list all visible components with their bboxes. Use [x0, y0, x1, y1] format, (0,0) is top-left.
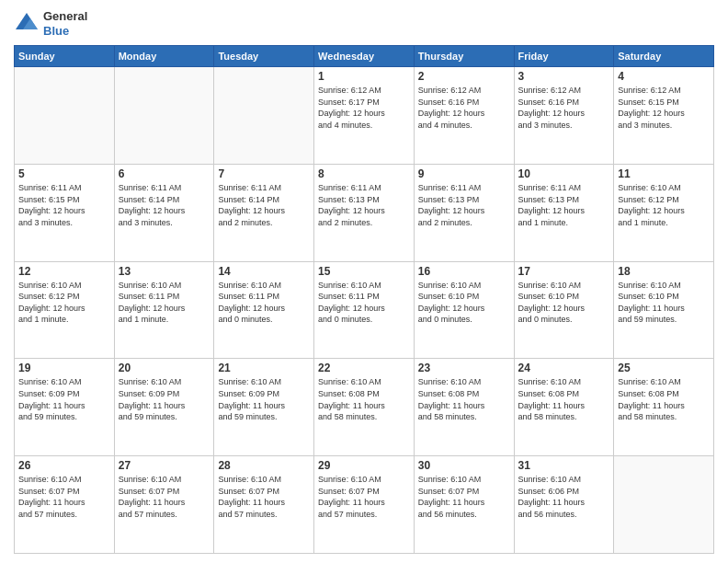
calendar-cell: 5Sunrise: 6:11 AM Sunset: 6:15 PM Daylig… [15, 164, 115, 261]
calendar-cell: 29Sunrise: 6:10 AM Sunset: 6:07 PM Dayli… [314, 456, 415, 554]
day-info: Sunrise: 6:10 AM Sunset: 6:06 PM Dayligh… [518, 474, 610, 520]
weekday-header-monday: Monday [114, 46, 214, 67]
calendar-cell: 16Sunrise: 6:10 AM Sunset: 6:10 PM Dayli… [414, 261, 514, 359]
calendar-cell: 2Sunrise: 6:12 AM Sunset: 6:16 PM Daylig… [414, 67, 514, 165]
day-number: 19 [18, 362, 110, 374]
day-number: 26 [18, 459, 110, 472]
day-info: Sunrise: 6:10 AM Sunset: 6:11 PM Dayligh… [318, 280, 410, 326]
day-number: 23 [418, 362, 510, 374]
day-info: Sunrise: 6:10 AM Sunset: 6:08 PM Dayligh… [318, 376, 410, 422]
weekday-header-sunday: Sunday [15, 46, 115, 67]
weekday-header-wednesday: Wednesday [314, 46, 415, 67]
day-info: Sunrise: 6:12 AM Sunset: 6:16 PM Dayligh… [518, 85, 610, 131]
day-info: Sunrise: 6:10 AM Sunset: 6:08 PM Dayligh… [518, 376, 610, 422]
day-number: 12 [18, 265, 110, 278]
day-number: 11 [618, 167, 710, 180]
day-info: Sunrise: 6:10 AM Sunset: 6:10 PM Dayligh… [518, 280, 610, 326]
day-number: 14 [218, 265, 310, 278]
day-info: Sunrise: 6:12 AM Sunset: 6:15 PM Dayligh… [618, 85, 710, 131]
calendar-cell: 24Sunrise: 6:10 AM Sunset: 6:08 PM Dayli… [514, 359, 614, 456]
day-info: Sunrise: 6:10 AM Sunset: 6:07 PM Dayligh… [119, 474, 210, 520]
day-number: 28 [218, 459, 310, 472]
day-number: 9 [418, 167, 510, 180]
day-info: Sunrise: 6:10 AM Sunset: 6:07 PM Dayligh… [18, 474, 110, 520]
calendar-cell: 1Sunrise: 6:12 AM Sunset: 6:17 PM Daylig… [314, 67, 415, 165]
calendar-cell: 7Sunrise: 6:11 AM Sunset: 6:14 PM Daylig… [214, 164, 314, 261]
day-info: Sunrise: 6:10 AM Sunset: 6:11 PM Dayligh… [119, 280, 210, 326]
logo-text: General Blue [43, 9, 87, 38]
day-info: Sunrise: 6:10 AM Sunset: 6:07 PM Dayligh… [418, 474, 510, 520]
header: General Blue [14, 9, 714, 38]
logo: General Blue [14, 9, 87, 38]
day-number: 6 [119, 167, 210, 180]
calendar-cell [214, 67, 314, 165]
day-number: 5 [18, 167, 110, 180]
calendar-cell: 14Sunrise: 6:10 AM Sunset: 6:11 PM Dayli… [214, 261, 314, 359]
calendar-week-1: 1Sunrise: 6:12 AM Sunset: 6:17 PM Daylig… [15, 67, 714, 165]
day-number: 8 [318, 167, 410, 180]
calendar-cell: 28Sunrise: 6:10 AM Sunset: 6:07 PM Dayli… [214, 456, 314, 554]
weekday-header-row: SundayMondayTuesdayWednesdayThursdayFrid… [15, 46, 714, 67]
day-number: 10 [518, 167, 610, 180]
day-number: 17 [518, 265, 610, 278]
day-info: Sunrise: 6:11 AM Sunset: 6:13 PM Dayligh… [418, 182, 510, 228]
day-number: 3 [518, 70, 610, 83]
day-info: Sunrise: 6:10 AM Sunset: 6:08 PM Dayligh… [418, 376, 510, 422]
calendar-table: SundayMondayTuesdayWednesdayThursdayFrid… [14, 45, 714, 554]
calendar-cell: 18Sunrise: 6:10 AM Sunset: 6:10 PM Dayli… [614, 261, 714, 359]
day-number: 24 [518, 362, 610, 374]
calendar-cell: 26Sunrise: 6:10 AM Sunset: 6:07 PM Dayli… [15, 456, 115, 554]
calendar-cell [114, 67, 214, 165]
calendar-cell: 30Sunrise: 6:10 AM Sunset: 6:07 PM Dayli… [414, 456, 514, 554]
calendar-cell: 27Sunrise: 6:10 AM Sunset: 6:07 PM Dayli… [114, 456, 214, 554]
calendar-cell: 25Sunrise: 6:10 AM Sunset: 6:08 PM Dayli… [614, 359, 714, 456]
day-info: Sunrise: 6:12 AM Sunset: 6:17 PM Dayligh… [318, 85, 410, 131]
calendar-cell: 3Sunrise: 6:12 AM Sunset: 6:16 PM Daylig… [514, 67, 614, 165]
day-info: Sunrise: 6:10 AM Sunset: 6:12 PM Dayligh… [618, 182, 710, 228]
weekday-header-friday: Friday [514, 46, 614, 67]
day-number: 16 [418, 265, 510, 278]
day-info: Sunrise: 6:10 AM Sunset: 6:09 PM Dayligh… [218, 376, 310, 422]
day-number: 29 [318, 459, 410, 472]
weekday-header-tuesday: Tuesday [214, 46, 314, 67]
day-info: Sunrise: 6:11 AM Sunset: 6:14 PM Dayligh… [218, 182, 310, 228]
day-number: 31 [518, 459, 610, 472]
day-number: 7 [218, 167, 310, 180]
day-info: Sunrise: 6:10 AM Sunset: 6:10 PM Dayligh… [418, 280, 510, 326]
day-info: Sunrise: 6:10 AM Sunset: 6:08 PM Dayligh… [618, 376, 710, 422]
calendar-cell: 22Sunrise: 6:10 AM Sunset: 6:08 PM Dayli… [314, 359, 415, 456]
calendar-cell: 31Sunrise: 6:10 AM Sunset: 6:06 PM Dayli… [514, 456, 614, 554]
day-number: 22 [318, 362, 410, 374]
calendar-cell: 19Sunrise: 6:10 AM Sunset: 6:09 PM Dayli… [15, 359, 115, 456]
day-number: 27 [119, 459, 210, 472]
calendar-cell: 23Sunrise: 6:10 AM Sunset: 6:08 PM Dayli… [414, 359, 514, 456]
day-number: 18 [618, 265, 710, 278]
logo-icon [14, 11, 40, 37]
day-number: 2 [418, 70, 510, 83]
weekday-header-saturday: Saturday [614, 46, 714, 67]
day-info: Sunrise: 6:11 AM Sunset: 6:14 PM Dayligh… [119, 182, 210, 228]
calendar-cell: 10Sunrise: 6:11 AM Sunset: 6:13 PM Dayli… [514, 164, 614, 261]
calendar-cell [614, 456, 714, 554]
calendar-cell: 13Sunrise: 6:10 AM Sunset: 6:11 PM Dayli… [114, 261, 214, 359]
day-number: 15 [318, 265, 410, 278]
day-number: 30 [418, 459, 510, 472]
calendar-week-5: 26Sunrise: 6:10 AM Sunset: 6:07 PM Dayli… [15, 456, 714, 554]
day-number: 13 [119, 265, 210, 278]
day-number: 1 [318, 70, 410, 83]
day-info: Sunrise: 6:10 AM Sunset: 6:07 PM Dayligh… [218, 474, 310, 520]
calendar-cell: 20Sunrise: 6:10 AM Sunset: 6:09 PM Dayli… [114, 359, 214, 456]
calendar-cell: 11Sunrise: 6:10 AM Sunset: 6:12 PM Dayli… [614, 164, 714, 261]
calendar-cell: 6Sunrise: 6:11 AM Sunset: 6:14 PM Daylig… [114, 164, 214, 261]
day-info: Sunrise: 6:10 AM Sunset: 6:11 PM Dayligh… [218, 280, 310, 326]
calendar-cell: 4Sunrise: 6:12 AM Sunset: 6:15 PM Daylig… [614, 67, 714, 165]
day-info: Sunrise: 6:11 AM Sunset: 6:13 PM Dayligh… [518, 182, 610, 228]
calendar-cell: 8Sunrise: 6:11 AM Sunset: 6:13 PM Daylig… [314, 164, 415, 261]
calendar-week-2: 5Sunrise: 6:11 AM Sunset: 6:15 PM Daylig… [15, 164, 714, 261]
day-info: Sunrise: 6:10 AM Sunset: 6:07 PM Dayligh… [318, 474, 410, 520]
day-info: Sunrise: 6:10 AM Sunset: 6:10 PM Dayligh… [618, 280, 710, 326]
day-number: 4 [618, 70, 710, 83]
calendar-cell: 12Sunrise: 6:10 AM Sunset: 6:12 PM Dayli… [15, 261, 115, 359]
weekday-header-thursday: Thursday [414, 46, 514, 67]
day-number: 21 [218, 362, 310, 374]
